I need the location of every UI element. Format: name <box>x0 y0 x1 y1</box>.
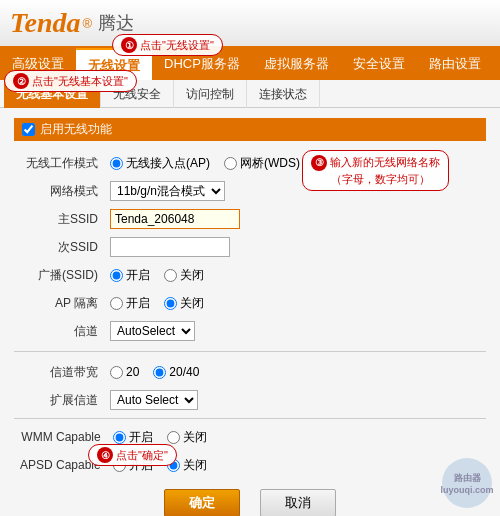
nav-item-wireless[interactable]: 无线设置 <box>76 48 152 80</box>
ext-channel-select[interactable]: Auto Select <box>110 390 198 410</box>
label-ap-isolate: AP 隔离 <box>14 289 104 317</box>
network-mode-select[interactable]: 11b/g/n混合模式 <box>110 181 225 201</box>
apsd-radio-group: 开启 关闭 <box>113 457 480 474</box>
logo-cn: 腾达 <box>98 11 134 35</box>
radio-isolate-on-label: 开启 <box>126 295 150 312</box>
nav-item-advanced[interactable]: 高级设置 <box>0 48 76 80</box>
radio-isolate-on[interactable]: 开启 <box>110 295 150 312</box>
radio-wmm-off[interactable]: 关闭 <box>167 429 207 446</box>
main-nav: 高级设置 无线设置 DHCP服务器 虚拟服务器 安全设置 路由设置 系 <box>0 48 500 80</box>
radio-broadcast-off-label: 关闭 <box>180 267 204 284</box>
radio-bw-20-label: 20 <box>126 365 139 379</box>
row-channel: 信道 AutoSelect <box>14 317 486 345</box>
sub-item-basic[interactable]: 无线基本设置 <box>4 80 101 108</box>
nav-item-security[interactable]: 安全设置 <box>341 48 417 80</box>
label-wireless-mode: 无线工作模式 <box>14 149 104 177</box>
radio-wds[interactable]: 网桥(WDS) <box>224 155 300 172</box>
label-broadcast: 广播(SSID) <box>14 261 104 289</box>
watermark-circle: 路由器 luyouqi.com <box>442 458 492 508</box>
enable-wireless-checkbox[interactable] <box>22 123 35 136</box>
label-network-mode: 网络模式 <box>14 177 104 205</box>
wmm-radio-group: 开启 关闭 <box>113 429 480 446</box>
radio-apsd-on-label: 开启 <box>129 457 153 474</box>
divider-2 <box>14 418 486 419</box>
label-ssid2: 次SSID <box>14 233 104 261</box>
broadcast-radio-group: 开启 关闭 <box>110 267 480 284</box>
watermark: 路由器 luyouqi.com <box>442 458 492 508</box>
nav-item-dhcp[interactable]: DHCP服务器 <box>152 48 252 80</box>
row-apsd: APSD Capable 开启 关闭 <box>14 451 486 479</box>
radio-isolate-off[interactable]: 关闭 <box>164 295 204 312</box>
confirm-button[interactable]: 确定 <box>164 489 240 516</box>
radio-ap[interactable]: 无线接入点(AP) <box>110 155 210 172</box>
wireless-mode-radio-group: 无线接入点(AP) 网桥(WDS) <box>110 155 480 172</box>
cancel-button[interactable]: 取消 <box>260 489 336 516</box>
row-broadcast: 广播(SSID) 开启 关闭 <box>14 261 486 289</box>
radio-broadcast-on-input[interactable] <box>110 269 123 282</box>
label-bandwidth: 信道带宽 <box>14 358 104 386</box>
radio-wds-label: 网桥(WDS) <box>240 155 300 172</box>
watermark-line2: luyouqi.com <box>441 485 494 495</box>
form-table-2: 信道带宽 20 20/40 扩展信道 Auto Select <box>14 358 486 414</box>
nav-item-virtual[interactable]: 虚拟服务器 <box>252 48 341 80</box>
label-ext-channel: 扩展信道 <box>14 386 104 414</box>
radio-isolate-on-input[interactable] <box>110 297 123 310</box>
divider-1 <box>14 351 486 352</box>
page-wrapper: Tenda ® 腾达 高级设置 无线设置 DHCP服务器 虚拟服务器 安全设置 … <box>0 0 500 516</box>
radio-apsd-on[interactable]: 开启 <box>113 457 153 474</box>
radio-bw-20-input[interactable] <box>110 366 123 379</box>
radio-wmm-off-input[interactable] <box>167 431 180 444</box>
row-ext-channel: 扩展信道 Auto Select <box>14 386 486 414</box>
bandwidth-radio-group: 20 20/40 <box>110 365 480 379</box>
radio-apsd-on-input[interactable] <box>113 459 126 472</box>
form-table-1: 无线工作模式 无线接入点(AP) 网桥(WDS) 网络模式 11b/g/n混合模… <box>14 149 486 345</box>
sub-item-access[interactable]: 访问控制 <box>174 80 247 108</box>
radio-ap-input[interactable] <box>110 157 123 170</box>
radio-broadcast-off-input[interactable] <box>164 269 177 282</box>
radio-broadcast-on-label: 开启 <box>126 267 150 284</box>
row-bandwidth: 信道带宽 20 20/40 <box>14 358 486 386</box>
row-network-mode: 网络模式 11b/g/n混合模式 <box>14 177 486 205</box>
radio-bw-2040-label: 20/40 <box>169 365 199 379</box>
form-table-3: WMM Capable 开启 关闭 APSD Capable 开启 关闭 <box>14 423 486 479</box>
radio-broadcast-on[interactable]: 开启 <box>110 267 150 284</box>
row-wmm: WMM Capable 开启 关闭 <box>14 423 486 451</box>
radio-isolate-off-input[interactable] <box>164 297 177 310</box>
ssid-input[interactable] <box>110 209 240 229</box>
radio-ap-label: 无线接入点(AP) <box>126 155 210 172</box>
logo-en: Tenda <box>10 7 81 39</box>
radio-bw-20[interactable]: 20 <box>110 365 139 379</box>
radio-isolate-off-label: 关闭 <box>180 295 204 312</box>
button-row: 确定 取消 <box>14 489 486 516</box>
sub-item-security[interactable]: 无线安全 <box>101 80 174 108</box>
radio-bw-2040-input[interactable] <box>153 366 166 379</box>
sub-item-status[interactable]: 连接状态 <box>247 80 320 108</box>
label-apsd: APSD Capable <box>14 451 107 479</box>
row-ssid2: 次SSID <box>14 233 486 261</box>
section-header: 启用无线功能 <box>14 118 486 141</box>
content-area: 启用无线功能 无线工作模式 无线接入点(AP) 网桥(WDS) 网络模式 11b… <box>0 108 500 516</box>
sub-nav: 无线基本设置 无线安全 访问控制 连接状态 <box>0 80 500 108</box>
nav-item-misc[interactable]: 系 <box>493 48 500 80</box>
radio-wmm-on-input[interactable] <box>113 431 126 444</box>
label-wmm: WMM Capable <box>14 423 107 451</box>
logo-reg: ® <box>83 16 93 31</box>
radio-wmm-on-label: 开启 <box>129 429 153 446</box>
label-ssid: 主SSID <box>14 205 104 233</box>
radio-broadcast-off[interactable]: 关闭 <box>164 267 204 284</box>
radio-apsd-off-label: 关闭 <box>183 457 207 474</box>
ssid2-input[interactable] <box>110 237 230 257</box>
radio-wmm-off-label: 关闭 <box>183 429 207 446</box>
channel-select[interactable]: AutoSelect <box>110 321 195 341</box>
ap-isolate-radio-group: 开启 关闭 <box>110 295 480 312</box>
row-ssid: 主SSID <box>14 205 486 233</box>
label-channel: 信道 <box>14 317 104 345</box>
radio-wmm-on[interactable]: 开启 <box>113 429 153 446</box>
radio-wds-input[interactable] <box>224 157 237 170</box>
section-title-label: 启用无线功能 <box>40 121 112 138</box>
row-wireless-mode: 无线工作模式 无线接入点(AP) 网桥(WDS) <box>14 149 486 177</box>
radio-apsd-off[interactable]: 关闭 <box>167 457 207 474</box>
radio-bw-2040[interactable]: 20/40 <box>153 365 199 379</box>
nav-item-route[interactable]: 路由设置 <box>417 48 493 80</box>
radio-apsd-off-input[interactable] <box>167 459 180 472</box>
